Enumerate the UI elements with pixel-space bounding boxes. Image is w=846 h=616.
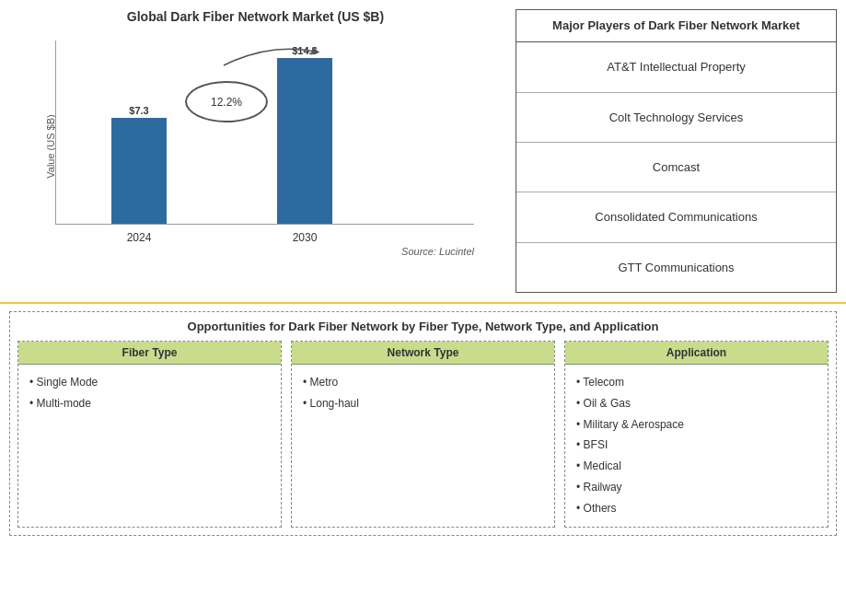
- fiber-type-item-single: Single Mode: [29, 372, 270, 393]
- app-item-bfsi: BFSI: [576, 435, 817, 456]
- application-header: Application: [565, 342, 828, 365]
- application-column: Application Telecom Oil & Gas Military &…: [564, 341, 829, 528]
- app-item-railway: Railway: [576, 477, 817, 498]
- network-type-body: Metro Long-haul: [292, 365, 554, 422]
- major-players-panel: Major Players of Dark Fiber Network Mark…: [516, 9, 837, 293]
- network-type-item-longhaul: Long-haul: [303, 393, 543, 414]
- network-type-column: Network Type Metro Long-haul: [291, 341, 555, 528]
- player-item-gtt: GTT Communications: [516, 243, 836, 292]
- bar-2030-year: 2030: [293, 231, 318, 244]
- fiber-type-column: Fiber Type Single Mode Multi-mode: [17, 341, 282, 528]
- fiber-type-header: Fiber Type: [18, 342, 281, 365]
- bar-2030-rect: [277, 58, 332, 224]
- chart-container: Value (US $B) $7.3 2024 $14.6 2030: [18, 31, 493, 262]
- chart-title: Global Dark Fiber Network Market (US $B): [18, 9, 493, 24]
- network-type-item-metro: Metro: [303, 372, 543, 393]
- bar-2024: $7.3 2024: [111, 105, 167, 224]
- major-players-title: Major Players of Dark Fiber Network Mark…: [516, 10, 836, 42]
- chart-area: Global Dark Fiber Network Market (US $B)…: [0, 0, 511, 302]
- app-item-others: Others: [576, 498, 817, 519]
- fiber-type-item-multi: Multi-mode: [29, 393, 270, 414]
- cagr-oval: 12.2%: [185, 81, 268, 122]
- player-item-att: AT&T Intellectual Property: [516, 42, 836, 92]
- bar-2024-year: 2024: [127, 231, 152, 244]
- y-axis-label: Value (US $B): [45, 114, 56, 179]
- bar-2024-rect: [111, 118, 167, 224]
- network-type-header: Network Type: [292, 342, 554, 365]
- source-label: Source: Lucintel: [401, 246, 474, 257]
- app-item-oil-gas: Oil & Gas: [576, 393, 817, 414]
- app-item-military: Military & Aerospace: [576, 414, 817, 436]
- cagr-value: 12.2%: [211, 96, 242, 109]
- application-body: Telecom Oil & Gas Military & Aerospace B…: [565, 365, 828, 527]
- player-item-colt: Colt Technology Services: [516, 93, 836, 143]
- chart-inner: $7.3 2024 $14.6 2030 12.2%: [55, 41, 474, 225]
- opportunities-section: Opportunities for Dark Fiber Network by …: [9, 311, 837, 536]
- player-item-comcast: Comcast: [516, 143, 836, 192]
- cagr-arrow: [214, 38, 325, 75]
- fiber-type-body: Single Mode Multi-mode: [18, 365, 281, 422]
- columns-row: Fiber Type Single Mode Multi-mode Networ…: [17, 341, 829, 528]
- app-item-telecom: Telecom: [576, 372, 817, 393]
- bar-2024-value: $7.3: [129, 105, 148, 116]
- app-item-medical: Medical: [576, 456, 817, 477]
- opportunities-title: Opportunities for Dark Fiber Network by …: [17, 320, 829, 333]
- player-item-consolidated: Consolidated Communications: [516, 192, 836, 242]
- bars-area: $7.3 2024 $14.6 2030 12.2%: [55, 41, 474, 225]
